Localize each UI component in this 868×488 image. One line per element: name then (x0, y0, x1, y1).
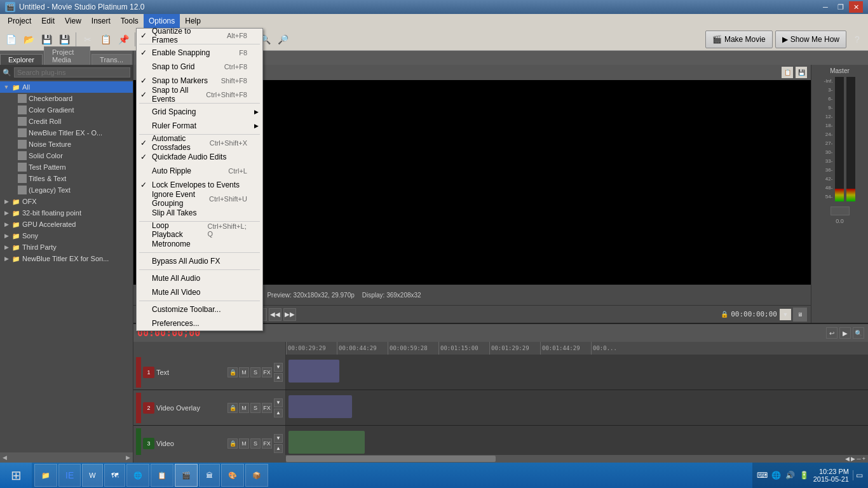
menu-tools[interactable]: Tools (116, 14, 144, 28)
track-2-solo[interactable]: S (250, 403, 261, 413)
track-1-solo[interactable]: S (250, 367, 261, 377)
tree-noise-texture[interactable]: Noise Texture (0, 139, 133, 150)
tree-expand-gpu[interactable]: ▶ (3, 220, 10, 228)
minimize-button[interactable]: ─ (818, 1, 832, 13)
track-1-content[interactable] (286, 355, 811, 390)
taskbar-chrome[interactable]: 🌐 (126, 464, 149, 487)
track-2-content[interactable] (286, 390, 811, 425)
menu-quickfade[interactable]: Quickfade Audio Edits (137, 150, 262, 164)
tree-expand-all[interactable]: ▼ (3, 83, 10, 91)
taskbar-movie-studio[interactable]: 🎬 (175, 464, 198, 487)
menu-snap-events[interactable]: Snap to All Events Ctrl+Shift+F8 (137, 88, 262, 102)
tree-test-pattern[interactable]: Test Pattern (0, 161, 133, 173)
taskbar-app10[interactable]: 📦 (245, 464, 268, 487)
track-3-clip[interactable] (288, 431, 365, 454)
menu-mute-audio[interactable]: Mute All Audio (137, 271, 262, 285)
menu-quantize-frames[interactable]: Quantize to Frames Alt+F8 (137, 29, 262, 43)
scroll-left-btn[interactable]: ◀ (845, 456, 850, 462)
menu-edit[interactable]: Edit (36, 14, 60, 28)
tree-credit-roll[interactable]: Credit Roll (0, 116, 133, 127)
track-3-vol[interactable]: ▼ (274, 434, 283, 443)
close-button[interactable]: ✕ (849, 1, 863, 13)
new-button[interactable]: 📄 (3, 31, 19, 48)
open-button[interactable]: 📂 (20, 31, 37, 48)
tab-explorer[interactable]: Explorer (0, 54, 43, 65)
taskbar-paint[interactable]: 🎨 (221, 464, 244, 487)
menu-insert[interactable]: Insert (86, 14, 116, 28)
scrollbar-thumb[interactable] (286, 456, 496, 462)
taskbar-app6[interactable]: 📋 (151, 464, 173, 487)
tree-gpu[interactable]: ▶ 📁 GPU Accelerated (0, 219, 133, 230)
track-2-pan[interactable]: ▲ (274, 409, 283, 417)
tree-scrollbar[interactable]: ◀ ▶ (0, 452, 133, 463)
menu-mute-video[interactable]: Mute All Video (137, 285, 262, 299)
menu-loop-playback[interactable]: Loop Playback Ctrl+Shift+L; Q (137, 223, 262, 237)
preview-btn-1[interactable]: 📋 (782, 67, 793, 78)
search-input[interactable] (14, 67, 130, 78)
track-2-clip[interactable] (288, 395, 352, 418)
tl-norm-btn[interactable]: ▶ (839, 327, 851, 339)
show-me-how-button[interactable]: ▶ Show Me How (775, 30, 846, 48)
copy-button[interactable]: 📋 (97, 31, 114, 48)
track-3-lock[interactable]: 🔒 (227, 438, 238, 449)
track-2-mute[interactable]: M (239, 403, 249, 413)
scroll-plus-btn[interactable]: + (862, 456, 865, 462)
track-1-fx[interactable]: FX (262, 367, 272, 377)
zoom-out-button[interactable]: 🔎 (275, 31, 291, 48)
track-1-lock[interactable]: 🔒 (227, 367, 238, 377)
track-1-mute[interactable]: M (239, 367, 249, 377)
scroll-minus-btn[interactable]: ─ (857, 456, 860, 462)
tree-solid-color[interactable]: Solid Color (0, 150, 133, 161)
track-3-solo[interactable]: S (250, 438, 261, 449)
tree-expand-fp[interactable]: ▶ (3, 209, 10, 217)
tl-zoom-btn[interactable]: 🔍 (853, 327, 864, 339)
tree-expand-ofx[interactable]: ▶ (3, 198, 10, 205)
menu-enable-snapping[interactable]: Enable Snapping F8 (137, 46, 262, 60)
menu-help[interactable]: Help (180, 14, 206, 28)
make-movie-button[interactable]: 🎬 Make Movie (705, 30, 773, 48)
menu-slip-takes[interactable]: Slip All Takes (137, 206, 262, 220)
track-2-lock[interactable]: 🔒 (227, 403, 238, 413)
show-desktop-btn[interactable]: ▭ (853, 470, 863, 480)
menu-metronome[interactable]: Metronome (137, 237, 262, 251)
track-2-vol[interactable]: ▼ (274, 398, 283, 407)
paste-button[interactable]: 📌 (115, 31, 132, 48)
restore-button[interactable]: ❐ (834, 1, 848, 13)
menu-customize-toolbar[interactable]: Customize Toolbar... (137, 302, 262, 316)
tree-color-gradient[interactable]: Color Gradient (0, 104, 133, 116)
taskbar-file-explorer[interactable]: 📁 (34, 464, 57, 487)
tree-third-party[interactable]: ▶ 📁 Third Party (0, 241, 133, 253)
tree-titles-text[interactable]: Titles & Text (0, 173, 133, 184)
menu-ignore-grouping[interactable]: Ignore Event Grouping Ctrl+Shift+U (137, 192, 262, 206)
tree-sony[interactable]: ▶ 📁 Sony (0, 230, 133, 241)
save-as-button[interactable]: 💾 (56, 31, 72, 48)
menu-auto-ripple[interactable]: Auto Ripple Ctrl+L (137, 164, 262, 178)
track-3-mute[interactable]: M (239, 438, 249, 449)
tab-project-media[interactable]: Project Media (44, 46, 90, 65)
tree-expand-sony[interactable]: ▶ (3, 232, 10, 240)
preview-timecode-btn[interactable]: ▼ (780, 309, 791, 320)
preview-full-btn[interactable]: 🖥 (793, 308, 807, 322)
tree-expand-nb[interactable]: ▶ (3, 255, 10, 262)
track-2-fx[interactable]: FX (262, 403, 272, 413)
save-button[interactable]: 💾 (38, 31, 55, 48)
track-3-content[interactable] (286, 426, 811, 455)
menu-bypass-audio-fx[interactable]: Bypass All Audio FX (137, 254, 262, 268)
help-button[interactable]: ? (849, 31, 865, 48)
preview-btn-2[interactable]: 💾 (796, 67, 807, 78)
track-1-vol[interactable]: ▼ (274, 363, 283, 372)
tree-newblue-son[interactable]: ▶ 📁 NewBlue Titler EX for Son... (0, 253, 133, 264)
tree-checkerboard[interactable]: Checkerboard (0, 93, 133, 104)
menu-view[interactable]: View (60, 14, 86, 28)
menu-auto-crossfades[interactable]: Automatic Crossfades Ctrl+Shift+X (137, 136, 262, 150)
taskbar-browser[interactable]: IE (58, 464, 81, 487)
menu-grid-spacing[interactable]: Grid Spacing (137, 105, 262, 119)
fader-knob[interactable] (831, 207, 850, 215)
taskbar-maps[interactable]: 🗺 (104, 464, 125, 487)
tab-transitions[interactable]: Trans... (92, 54, 132, 65)
tree-newblue-titler[interactable]: NewBlue Titler EX - O... (0, 127, 133, 139)
tree-expand-tp[interactable]: ▶ (3, 243, 10, 251)
cut-button[interactable]: ✂ (79, 31, 96, 48)
menu-project[interactable]: Project (3, 14, 36, 28)
menu-snap-grid[interactable]: Snap to Grid Ctrl+F8 (137, 60, 262, 74)
